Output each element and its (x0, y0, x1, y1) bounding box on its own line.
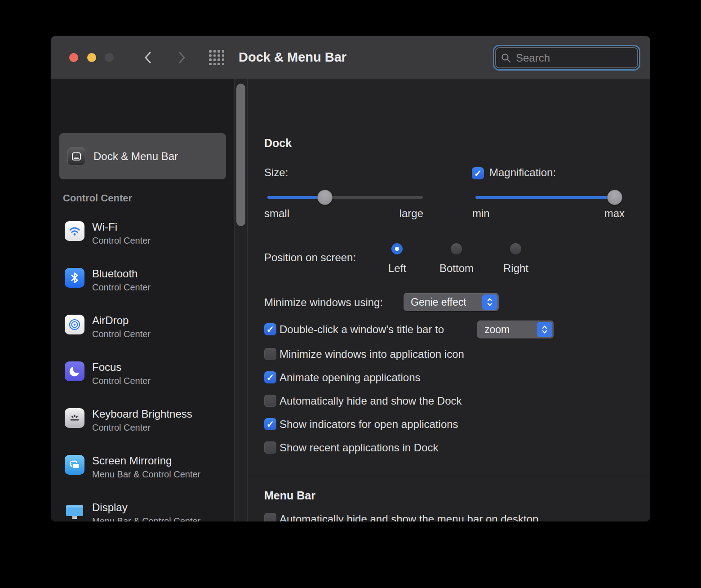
preferences-window: Dock & Menu Bar Dock & Menu Bar (51, 36, 650, 521)
magnification-slider-knob[interactable] (607, 190, 622, 205)
size-slider[interactable] (267, 190, 423, 205)
position-radio-left[interactable] (391, 243, 403, 254)
menubar-section-header: Menu Bar (264, 489, 315, 502)
chevron-right-icon (173, 49, 190, 66)
wifi-icon (65, 221, 84, 241)
dropdown-chevrons-icon (482, 294, 497, 310)
size-slider-knob[interactable] (317, 190, 333, 205)
back-button[interactable] (140, 49, 157, 66)
auto-hide-menubar-desktop-label: Automatically hide and show the menu bar… (280, 513, 538, 521)
window-title: Dock & Menu Bar (239, 50, 346, 65)
sidebar-item-keyboard-brightness[interactable]: Keyboard Brightness Control Center (65, 407, 231, 436)
double-click-checkbox[interactable] (264, 323, 276, 335)
dropdown-chevrons-icon (537, 322, 552, 337)
sidebar-item-label: Wi-Fi (92, 220, 151, 234)
chevron-left-icon (140, 49, 157, 66)
sidebar-item-label: Bluetooth (92, 267, 151, 281)
minimize-using-label: Minimize windows using: (264, 296, 383, 309)
sidebar-item-airdrop[interactable]: AirDrop Control Center (65, 314, 231, 343)
sidebar-item-label: Dock & Menu Bar (93, 150, 178, 163)
position-right-label[interactable]: Right (503, 262, 528, 275)
sidebar-item-sublabel: Menu Bar & Control Center (92, 515, 200, 521)
auto-hide-dock-label: Automatically hide and show the Dock (280, 395, 462, 407)
magnification-label: Magnification: (489, 166, 556, 179)
sidebar: Dock & Menu Bar Control Center Wi-Fi Con… (51, 79, 234, 521)
forward-button[interactable] (173, 49, 190, 66)
sidebar-item-sublabel: Menu Bar & Control Center (92, 468, 200, 480)
show-indicators-label: Show indicators for open applications (280, 418, 458, 431)
bluetooth-icon (65, 268, 84, 288)
zoom-window-button[interactable] (105, 53, 114, 62)
size-min-label: small (264, 207, 289, 220)
dock-section-header: Dock (264, 137, 292, 150)
sidebar-item-bluetooth[interactable]: Bluetooth Control Center (65, 267, 231, 296)
close-button[interactable] (69, 53, 78, 62)
search-field[interactable] (493, 45, 640, 71)
magnification-slider[interactable] (475, 190, 621, 205)
keyboard-brightness-icon (65, 408, 84, 428)
scrollbar-thumb[interactable] (236, 84, 245, 226)
auto-hide-menubar-desktop-checkbox[interactable] (264, 513, 276, 521)
position-left-label[interactable]: Left (388, 262, 406, 275)
sidebar-item-sublabel: Control Center (92, 235, 151, 246)
sidebar-item-sublabel: Control Center (92, 375, 151, 387)
minimize-effect-dropdown[interactable]: Genie effect (404, 293, 499, 311)
dock-window-icon (67, 147, 85, 165)
sidebar-item-label: Display (92, 501, 200, 514)
auto-hide-dock-checkbox[interactable] (264, 395, 276, 407)
search-input[interactable] (516, 52, 650, 64)
minimize-button[interactable] (87, 53, 96, 62)
screen-mirroring-icon (65, 455, 84, 475)
titlebar: Dock & Menu Bar (51, 36, 650, 79)
show-recent-apps-checkbox[interactable] (264, 441, 276, 454)
magnification-min-label: min (472, 207, 490, 220)
minimize-into-icon-checkbox[interactable] (264, 348, 276, 360)
sidebar-item-screen-mirroring[interactable]: Screen Mirroring Menu Bar & Control Cent… (65, 454, 231, 483)
double-click-label: Double-click a window's title bar to (280, 323, 444, 336)
sidebar-item-sublabel: Control Center (92, 422, 192, 433)
size-label: Size: (264, 166, 288, 179)
position-label: Position on screen: (264, 251, 356, 264)
animate-opening-label: Animate opening applications (280, 371, 421, 384)
sidebar-section-header: Control Center (63, 192, 132, 204)
sidebar-item-label: Screen Mirroring (92, 454, 200, 468)
position-radio-bottom[interactable] (451, 243, 462, 254)
show-recent-apps-label: Show recent applications in Dock (280, 441, 439, 454)
animate-opening-checkbox[interactable] (264, 371, 276, 383)
sidebar-item-focus[interactable]: Focus Control Center (65, 361, 231, 389)
sidebar-item-label: AirDrop (92, 314, 151, 327)
sidebar-item-sublabel: Control Center (92, 281, 151, 293)
section-divider (248, 475, 650, 475)
double-click-action-value: zoom (484, 324, 510, 336)
sidebar-item-sublabel: Control Center (92, 328, 151, 340)
minimize-into-icon-label: Minimize windows into application icon (280, 348, 464, 361)
focus-moon-icon (65, 361, 84, 381)
sidebar-item-display[interactable]: Display Menu Bar & Control Center (65, 501, 231, 521)
minimize-effect-value: Genie effect (411, 296, 466, 308)
content-pane: Dock Size: small large Magnification: mi… (248, 79, 650, 521)
show-all-grid-icon[interactable] (209, 50, 224, 65)
sidebar-item-label: Keyboard Brightness (92, 407, 192, 421)
position-radio-right[interactable] (510, 243, 521, 254)
sidebar-scrollbar[interactable] (234, 79, 248, 521)
show-indicators-checkbox[interactable] (264, 418, 276, 430)
position-bottom-label[interactable]: Bottom (439, 262, 474, 275)
airdrop-icon (65, 315, 84, 334)
double-click-action-dropdown[interactable]: zoom (477, 321, 554, 339)
size-max-label: large (396, 207, 423, 220)
magnification-checkbox[interactable] (472, 167, 484, 179)
display-icon (65, 502, 84, 521)
sidebar-item-label: Focus (92, 361, 151, 374)
search-icon (501, 53, 511, 63)
sidebar-item-dock-menu-bar[interactable]: Dock & Menu Bar (59, 133, 226, 179)
sidebar-item-wifi[interactable]: Wi-Fi Control Center (65, 220, 231, 249)
magnification-max-label: max (598, 207, 625, 220)
